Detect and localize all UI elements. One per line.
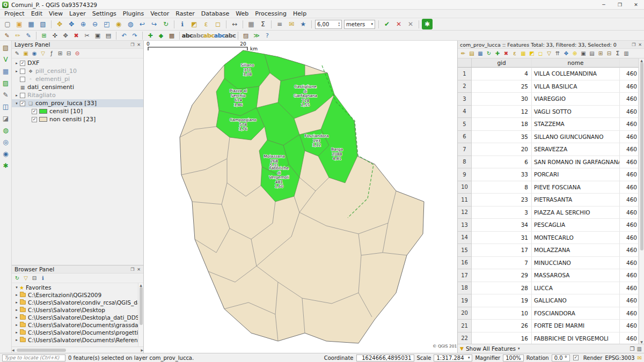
highlight-pinned-labels-icon[interactable]: abc — [215, 31, 224, 40]
gid-cell[interactable]: 26 — [472, 320, 532, 333]
row-number-cell[interactable]: 3 — [458, 93, 472, 106]
table-row[interactable]: 2126FORTE DEI MARMI460 — [458, 320, 639, 333]
table-row[interactable]: 123PIAZZA AL SERCHIO460 — [458, 206, 639, 219]
gid-cell[interactable]: 7 — [472, 257, 532, 270]
column-header-extra[interactable] — [620, 58, 639, 68]
row-number-cell[interactable]: 10 — [458, 181, 472, 194]
table-row[interactable]: 933PORCARI460 — [458, 168, 639, 181]
processing-toolbox-icon[interactable]: ✱ — [422, 19, 433, 29]
extra-cell[interactable]: 460 — [620, 80, 639, 93]
layer-checkbox[interactable]: ✓ — [20, 61, 25, 66]
extra-cell[interactable]: 460 — [620, 219, 639, 232]
browser-item-3[interactable]: ▸C:\Users\Salvatore\Desktop — [12, 306, 138, 314]
crs-label[interactable]: EPSG:3003 — [605, 355, 634, 361]
add-spatialite-layer-icon[interactable]: ◪ — [1, 113, 11, 124]
add-vector-layer-icon[interactable]: V — [1, 54, 11, 65]
remove-layer-icon[interactable]: ⊝ — [73, 49, 82, 58]
data-source-manager-icon[interactable]: ▧ — [1, 42, 11, 53]
snapping-units[interactable]: meters▾ — [344, 20, 375, 29]
new-field-icon[interactable]: ⊞ — [596, 49, 605, 58]
new-layer-icon[interactable]: ✱ — [1, 160, 11, 171]
snapping-tolerance[interactable]: 6,00▴▾ — [315, 20, 342, 29]
table-row[interactable]: 720SERAVEZZA460 — [458, 143, 639, 156]
layer-item-pill-censiti-10[interactable]: ▸❖pill_censiti_10 — [12, 67, 143, 75]
browser-item-1[interactable]: ▸C:\Esercitazioni\QGIS2009 — [12, 291, 138, 299]
row-number-cell[interactable]: 8 — [458, 156, 472, 169]
copy-features-icon[interactable]: ▣ — [93, 31, 103, 40]
menu-item-raster[interactable]: Raster — [172, 10, 197, 17]
zoom-next-icon[interactable]: ↪ — [149, 19, 159, 29]
nome-cell[interactable]: VILLA COLLEMANDINA — [532, 68, 620, 80]
layer-checkbox[interactable] — [20, 69, 25, 74]
row-number-cell[interactable]: 1 — [458, 68, 472, 80]
select-by-expression-icon[interactable]: ε — [201, 19, 211, 29]
row-number-cell[interactable]: 17 — [458, 269, 472, 282]
layer-item-censiti-10[interactable]: ✓censiti [10] — [12, 107, 143, 115]
row-number-cell[interactable]: 4 — [458, 106, 472, 119]
table-row[interactable]: 108PIEVE FOSCIANA460 — [458, 181, 639, 194]
gid-cell[interactable]: 33 — [472, 168, 532, 181]
scroll-left-icon[interactable]: ◀ — [12, 348, 14, 352]
gid-cell[interactable]: 18 — [472, 118, 532, 131]
toggle-editing-icon[interactable]: ✏ — [459, 49, 467, 58]
extra-cell[interactable]: 460 — [620, 320, 639, 333]
extra-cell[interactable]: 460 — [620, 282, 639, 295]
zoom-out-icon[interactable]: ⊖ — [90, 19, 100, 29]
paste-rows-icon[interactable]: ▤ — [588, 49, 596, 58]
nome-cell[interactable]: PIETRASANTA — [532, 194, 620, 206]
nome-cell[interactable]: FOSCIANDORA — [532, 307, 620, 320]
layer-checkbox[interactable] — [20, 77, 25, 82]
row-number-cell[interactable]: 5 — [458, 118, 472, 131]
table-row[interactable]: 1919GALLICANO460 — [458, 294, 639, 307]
menu-item-plugins[interactable]: Plugins — [120, 10, 147, 17]
row-number-cell[interactable]: 9 — [458, 168, 472, 181]
gid-cell[interactable]: 4 — [472, 68, 532, 80]
gid-cell[interactable]: 28 — [472, 282, 532, 295]
move-feature-icon[interactable]: ✜ — [50, 31, 60, 40]
extra-cell[interactable]: 460 — [620, 143, 639, 156]
table-row[interactable]: 1123PIETRASANTA460 — [458, 194, 639, 206]
float-panel-icon[interactable]: ❐ — [632, 42, 635, 47]
extra-cell[interactable]: 460 — [620, 244, 639, 257]
nome-cell[interactable]: PIEVE FOSCIANA — [532, 181, 620, 194]
zoom-in-icon[interactable]: ⊕ — [78, 19, 89, 29]
corner-header-cell[interactable] — [458, 58, 472, 68]
move-selection-top-icon[interactable]: ⇈ — [553, 49, 562, 58]
scale-combo[interactable]: 1:317.284 ▾ — [434, 354, 472, 361]
browser-item-5[interactable]: ▸C:\Users\Salvatore\Documents\grassdata\… — [12, 321, 138, 329]
extra-cell[interactable]: 460 — [620, 131, 639, 144]
layer-item-com-prov-lucca-33[interactable]: ▾✓❏com_prov_lucca [33] — [12, 99, 143, 107]
collapse-all-icon[interactable]: ⊟ — [64, 49, 73, 58]
row-number-cell[interactable]: 22 — [458, 333, 472, 344]
nome-cell[interactable]: PESCAGLIA — [532, 219, 620, 232]
browser-item-2[interactable]: ▸C:\Users\Salvatore\condiv_rcsa\QGIS_dat… — [12, 299, 138, 306]
browser-item-4[interactable]: ▸C:\Users\Salvatore\Desktop\a_dati_DDS_1… — [12, 314, 138, 321]
filter-by-expression-icon[interactable]: ƒ — [47, 49, 56, 58]
zoom-to-selection-icon[interactable]: ⊕ — [570, 49, 579, 58]
expand-arrow-icon[interactable]: ▸ — [14, 93, 19, 98]
map-decorations-icon[interactable]: ▨ — [241, 31, 251, 40]
layer-checkbox[interactable]: ✓ — [32, 117, 37, 122]
table-row[interactable]: 635SILLANO GIUNCUGNANO460 — [458, 131, 639, 144]
render-checkbox[interactable]: ✓ — [573, 355, 579, 360]
row-number-cell[interactable]: 11 — [458, 194, 472, 206]
row-number-cell[interactable]: 6 — [458, 131, 472, 144]
gid-cell[interactable]: 12 — [472, 106, 532, 119]
coordinate-value[interactable]: 1624666,4895031 — [356, 354, 414, 361]
expand-arrow-icon[interactable]: ▸ — [14, 308, 19, 312]
browser-vertical-scrollbar[interactable]: ▲ — [138, 283, 143, 346]
menu-item-web[interactable]: Web — [232, 10, 252, 17]
gid-cell[interactable]: 16 — [472, 333, 532, 344]
layer-labeling-icon[interactable]: abc — [182, 31, 192, 40]
new-project-icon[interactable]: ▢ — [2, 19, 13, 29]
browser-item-0[interactable]: ▾★Favorites — [12, 284, 138, 291]
form-view-icon[interactable]: ▥ — [637, 346, 642, 352]
browser-item-7[interactable]: ▸C:\Users\Salvatore\Documents\Referendum — [12, 336, 138, 344]
scrollbar-thumb[interactable] — [17, 349, 67, 352]
extra-cell[interactable]: 460 — [620, 93, 639, 106]
extra-cell[interactable]: 460 — [620, 168, 639, 181]
menu-item-vector[interactable]: Vector — [147, 10, 172, 17]
column-header-nome[interactable]: nome — [532, 58, 620, 68]
layer-checkbox[interactable]: ✓ — [20, 101, 25, 106]
table-row[interactable]: 167MINUCCIANO460 — [458, 257, 639, 270]
